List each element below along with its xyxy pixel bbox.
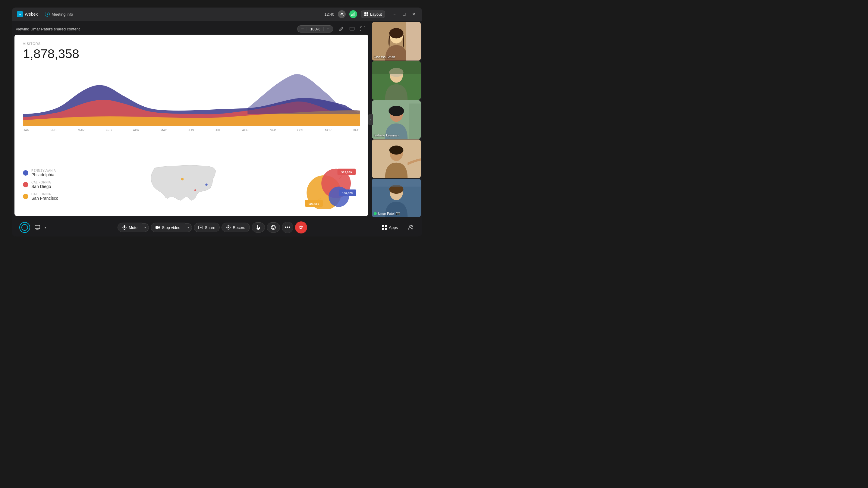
chart-label-sep: SEP <box>270 129 276 132</box>
share-button[interactable]: Share <box>194 223 220 232</box>
mute-dropdown[interactable]: ▾ <box>142 223 149 232</box>
svg-text:156,529: 156,529 <box>342 191 353 195</box>
svg-rect-7 <box>364 12 366 14</box>
raise-hand-button[interactable] <box>252 222 265 233</box>
presenting-dot <box>374 212 377 215</box>
webex-ring-button[interactable] <box>19 222 30 233</box>
stop-video-btn-group: Stop video ▾ <box>151 223 192 232</box>
mute-label: Mute <box>129 225 137 230</box>
record-button[interactable]: Record <box>221 223 250 232</box>
titlebar-right: 12:40 <box>324 10 417 18</box>
legend-item-sanfrancisco: CALIFORNIA San Francisco <box>23 193 71 201</box>
legend-item-sandiego: CALIFORNIA San Diego <box>23 181 71 189</box>
chat-dropdown-arrow[interactable]: ▾ <box>44 226 46 229</box>
zoom-separator: | <box>306 27 307 31</box>
camera-icon-umar: 📷 <box>396 212 400 216</box>
participants-icon <box>407 225 413 230</box>
annotation-button[interactable] <box>337 25 345 33</box>
legend-text-philadelphia: PENNSYLVANIA Philadelphia <box>31 169 56 177</box>
participant-video-clarissa <box>372 22 421 61</box>
svg-point-16 <box>194 189 196 191</box>
participant-name-umar: Umar Patel <box>378 212 395 216</box>
maximize-button[interactable]: □ <box>401 11 407 18</box>
svg-rect-6 <box>354 12 355 16</box>
side-panel: ‹ <box>371 21 422 218</box>
participant-name-clarissa: Clarissa Smith <box>374 55 395 59</box>
legend-state-california-sd: CALIFORNIA <box>31 181 51 184</box>
svg-rect-53 <box>156 226 158 229</box>
apps-icon <box>381 225 387 230</box>
participants-button[interactable] <box>406 223 415 232</box>
svg-rect-4 <box>352 14 353 16</box>
participant-video-4 <box>372 139 421 178</box>
svg-rect-3 <box>351 14 352 16</box>
svg-point-65 <box>411 226 412 227</box>
more-options-button[interactable]: ••• <box>282 222 293 233</box>
record-icon <box>226 225 231 230</box>
legend-state-california-sf: CALIFORNIA <box>31 193 58 196</box>
zoom-value: 100% <box>310 27 321 31</box>
svg-point-17 <box>181 178 184 181</box>
chat-button[interactable] <box>33 223 42 232</box>
zoom-out-button[interactable]: − <box>301 27 304 31</box>
screen-share-control[interactable] <box>348 25 356 33</box>
raise-hand-icon <box>255 225 261 230</box>
chart-label-nov: NOV <box>325 129 332 132</box>
svg-rect-5 <box>353 13 354 16</box>
mute-button[interactable]: Mute <box>118 223 142 232</box>
meeting-info-button[interactable]: i Meeting info <box>42 10 75 18</box>
visitors-count: 1,878,358 <box>23 47 360 61</box>
area-chart <box>23 66 360 126</box>
time-display: 12:40 <box>324 12 334 17</box>
svg-rect-10 <box>367 14 368 16</box>
main-panel: Viewing Umar Patel's shared content − | … <box>12 21 371 218</box>
svg-point-32 <box>390 28 404 38</box>
participant-tile-4 <box>372 139 421 178</box>
end-call-button[interactable] <box>295 221 307 233</box>
legend-state-pennsylvania: PENNSYLVANIA <box>31 169 56 172</box>
svg-rect-33 <box>406 22 421 61</box>
titlebar-left: W Webex i Meeting info <box>17 10 319 18</box>
side-panel-toggle[interactable]: ‹ <box>368 114 373 125</box>
stop-video-button[interactable]: Stop video <box>151 223 185 232</box>
zoom-in-button[interactable]: + <box>327 27 330 31</box>
chart-label-mar: MAR <box>78 129 84 132</box>
content-area: Viewing Umar Patel's shared content − | … <box>12 21 422 218</box>
reaction-button[interactable] <box>267 222 280 233</box>
legend-text-sandiego: CALIFORNIA San Diego <box>31 181 51 189</box>
participant-badge-umar: Umar Patel 📷 <box>374 212 400 216</box>
bottom-toolbar: ▾ Mute ▾ <box>12 218 422 236</box>
svg-text:W: W <box>19 13 22 16</box>
video-dropdown[interactable]: ▾ <box>185 223 192 232</box>
participant-tile-umar: Umar Patel 📷 <box>372 178 421 217</box>
window-controls: － □ ✕ <box>391 11 417 18</box>
svg-rect-60 <box>382 225 384 227</box>
more-options-label: ••• <box>285 224 290 231</box>
layout-button[interactable]: Layout <box>361 10 385 18</box>
apps-button[interactable]: Apps <box>378 223 401 232</box>
apps-label: Apps <box>389 225 398 230</box>
share-icon <box>198 225 203 230</box>
chart-label-apr: APR <box>133 129 139 132</box>
legend-dot-philadelphia <box>23 170 28 175</box>
minimize-button[interactable]: － <box>391 11 398 18</box>
info-icon: i <box>45 12 50 17</box>
viewing-label: Viewing Umar Patel's shared content <box>16 27 80 31</box>
svg-rect-62 <box>382 228 384 230</box>
svg-rect-63 <box>385 228 387 230</box>
chart-label-jun: JUN <box>188 129 194 132</box>
chart-label-feb: FEB <box>51 129 56 132</box>
user-avatar[interactable] <box>338 10 346 18</box>
chart-label-dec: DEC <box>353 129 359 132</box>
toolbar-right: Apps <box>378 223 415 232</box>
signal-icon[interactable] <box>349 10 357 18</box>
legend-text-sanfrancisco: CALIFORNIA San Francisco <box>31 193 58 201</box>
fullscreen-button[interactable] <box>359 25 367 33</box>
record-label: Record <box>233 225 245 230</box>
toolbar-left: ▾ <box>19 222 46 233</box>
svg-point-44 <box>390 145 404 155</box>
participant-tile-isabelle: Isabelle Brennan <box>372 100 421 139</box>
titlebar: W Webex i Meeting info 12:40 <box>12 7 422 21</box>
toolbar-center: Mute ▾ Stop video ▾ <box>118 221 307 233</box>
close-button[interactable]: ✕ <box>410 11 417 18</box>
